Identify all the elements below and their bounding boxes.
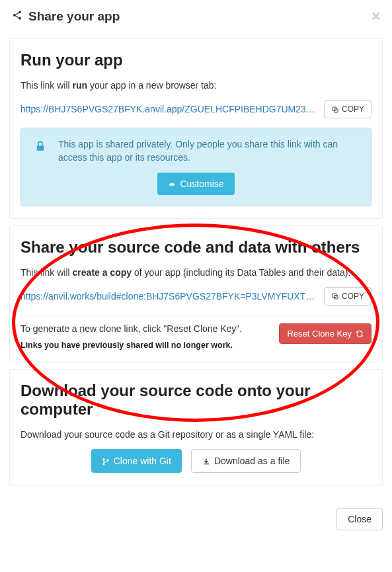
download-icon	[202, 456, 210, 466]
share-panel: Share your source code and data with oth…	[9, 225, 383, 362]
close-icon[interactable]: ×	[372, 9, 380, 24]
clone-link-row: https://anvil.works/build#clone:BHJ7S6PV…	[20, 287, 372, 306]
privacy-info-box: This app is shared privately. Only peopl…	[20, 128, 372, 206]
clone-link[interactable]: https://anvil.works/build#clone:BHJ7S6PV…	[20, 291, 317, 302]
run-link-row: https://BHJ7S6PVGS27BFYK.anvil.app/ZGUEL…	[20, 100, 372, 118]
customise-button[interactable]: Customise	[157, 173, 234, 195]
download-heading: Download your source code onto your comp…	[20, 382, 372, 419]
clone-git-button[interactable]: Clone with Git	[91, 449, 182, 473]
svg-point-0	[19, 11, 21, 13]
gear-icon	[168, 179, 176, 189]
copy-clone-button[interactable]: COPY	[324, 287, 372, 306]
reset-warning: Links you have previously shared will no…	[20, 341, 272, 350]
share-icon	[12, 10, 22, 24]
branch-icon	[102, 456, 110, 466]
dialog-header: Share your app ×	[0, 0, 392, 32]
dialog-title: Share your app	[28, 9, 372, 24]
download-button-row: Clone with Git Download as a file	[20, 449, 372, 473]
run-panel: Run your app This link will run your app…	[9, 38, 383, 219]
copy-run-button[interactable]: COPY	[324, 100, 372, 118]
run-link[interactable]: https://BHJ7S6PVGS27BFYK.anvil.app/ZGUEL…	[20, 104, 317, 114]
svg-point-10	[107, 459, 108, 460]
reset-instruction: To generate a new clone link, click "Res…	[20, 323, 272, 334]
svg-point-9	[103, 463, 104, 464]
close-button[interactable]: Close	[336, 508, 383, 530]
reset-row: To generate a new clone link, click "Res…	[20, 323, 372, 350]
privacy-info-text: This app is shared privately. Only peopl…	[58, 138, 362, 165]
svg-point-1	[13, 14, 16, 17]
download-file-button[interactable]: Download as a file	[191, 449, 301, 473]
lock-icon	[30, 138, 48, 155]
svg-rect-5	[37, 145, 44, 151]
download-panel: Download your source code onto your comp…	[9, 369, 383, 485]
run-description: This link will run your app in a new bro…	[20, 80, 372, 91]
share-heading: Share your source code and data with oth…	[20, 238, 372, 257]
refresh-icon	[356, 329, 364, 339]
divider	[20, 315, 372, 315]
copy-icon	[331, 292, 339, 301]
dialog-footer: Close	[0, 492, 392, 542]
run-heading: Run your app	[20, 51, 372, 69]
reset-clone-key-button[interactable]: Reset Clone Key	[279, 323, 372, 344]
download-description: Download your source code as a Git repos…	[20, 429, 372, 440]
copy-icon	[331, 104, 339, 114]
share-description: This link will create a copy of your app…	[20, 267, 372, 278]
svg-point-8	[103, 458, 104, 460]
svg-point-2	[19, 17, 21, 19]
